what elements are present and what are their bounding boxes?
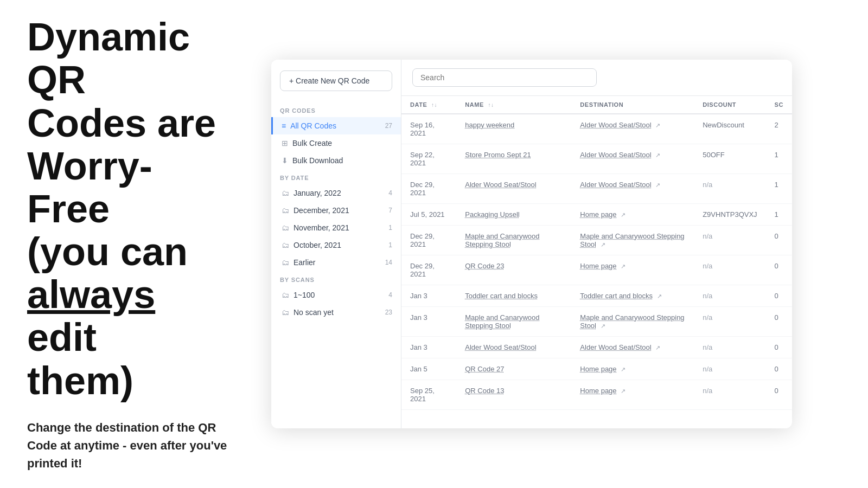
table-row[interactable]: Dec 29, 2021 QR Code 23 Home page ↗ n/a … <box>401 255 792 285</box>
table-row[interactable]: Jan 3 Maple and Canarywood Stepping Stoo… <box>401 307 792 337</box>
search-input[interactable] <box>412 68 597 87</box>
qr-code-name-link[interactable]: Toddler cart and blocks <box>465 292 538 300</box>
cell-name[interactable]: QR Code 13 <box>456 380 571 410</box>
qr-code-name-link[interactable]: Packaging Upsell <box>465 210 519 219</box>
cell-scans: 1 <box>766 144 792 174</box>
qr-code-name-link[interactable]: QR Code 27 <box>465 365 504 373</box>
external-link-icon: ↗ <box>621 211 626 218</box>
destination-link[interactable]: Maple and Canarywood Stepping Stool <box>580 313 684 330</box>
cell-destination[interactable]: Alder Wood Seat/Stool ↗ <box>571 337 694 358</box>
qr-code-name-link[interactable]: Maple and Canarywood Stepping Stool <box>465 232 539 248</box>
qr-code-name-link[interactable]: Store Promo Sept 21 <box>465 151 531 159</box>
cell-discount: n/a <box>694 307 765 337</box>
col-name[interactable]: NAME ↑↓ <box>456 96 571 114</box>
destination-link[interactable]: Home page <box>580 262 616 270</box>
cell-discount: Z9VHNTP3QVXJ <box>694 204 765 226</box>
col-scans: SC <box>766 96 792 114</box>
cell-name[interactable]: QR Code 23 <box>456 255 571 285</box>
app-window: + Create New QR Code QR Codes ≡ All QR C… <box>271 60 792 428</box>
cell-name[interactable]: Alder Wood Seat/Stool <box>456 174 571 204</box>
qr-code-name-link[interactable]: QR Code 13 <box>465 387 504 395</box>
col-destination: DESTINATION <box>571 96 694 114</box>
cell-destination[interactable]: Maple and Canarywood Stepping Stool ↗ <box>571 226 694 255</box>
search-bar <box>401 60 792 96</box>
sidebar-section-byscans: By Scans <box>271 271 401 286</box>
qr-code-name-link[interactable]: QR Code 23 <box>465 262 504 270</box>
bulk-download-icon: ⬇ <box>282 156 288 165</box>
table-row[interactable]: Jan 3 Alder Wood Seat/Stool Alder Wood S… <box>401 337 792 358</box>
destination-link[interactable]: Home page <box>580 387 616 395</box>
table-row[interactable]: Sep 22, 2021 Store Promo Sept 21 Alder W… <box>401 144 792 174</box>
sidebar-item-dec-2021[interactable]: 🗂 December, 2021 7 <box>271 202 401 219</box>
cell-destination[interactable]: Alder Wood Seat/Stool ↗ <box>571 114 694 144</box>
sidebar-item-oct-2021[interactable]: 🗂 October, 2021 1 <box>271 236 401 254</box>
destination-link[interactable]: Home page <box>580 210 616 219</box>
cell-name[interactable]: Store Promo Sept 21 <box>456 144 571 174</box>
discount-value: n/a <box>703 292 712 300</box>
cell-date: Jan 3 <box>401 285 456 307</box>
destination-link[interactable]: Toddler cart and blocks <box>580 292 653 300</box>
sidebar-item-label: Earlier <box>293 258 315 267</box>
sidebar-item-bulk-download[interactable]: ⬇ Bulk Download <box>271 152 401 169</box>
sidebar-badge: 1 <box>388 224 392 232</box>
sidebar-item-1-100[interactable]: 🗂 1~100 4 <box>271 286 401 304</box>
sidebar-item-all-qrcodes[interactable]: ≡ All QR Codes 27 <box>271 117 401 134</box>
cell-name[interactable]: Maple and Canarywood Stepping Stool <box>456 226 571 255</box>
qr-code-name-link[interactable]: happy weekend <box>465 121 514 129</box>
bulk-create-icon: ⊞ <box>282 139 288 147</box>
discount-value: n/a <box>703 262 712 270</box>
discount-value: n/a <box>703 365 712 373</box>
cell-date: Dec 29, 2021 <box>401 226 456 255</box>
sidebar-section-qrcodes: QR Codes <box>271 102 401 117</box>
sidebar-item-earlier[interactable]: 🗂 Earlier 14 <box>271 254 401 271</box>
table-row[interactable]: Dec 29, 2021 Maple and Canarywood Steppi… <box>401 226 792 255</box>
table-row[interactable]: Sep 25, 2021 QR Code 13 Home page ↗ n/a … <box>401 380 792 410</box>
qr-code-name-link[interactable]: Alder Wood Seat/Stool <box>465 181 536 189</box>
table-row[interactable]: Sep 16, 2021 happy weekend Alder Wood Se… <box>401 114 792 144</box>
cell-name[interactable]: happy weekend <box>456 114 571 144</box>
sidebar-item-bulk-create[interactable]: ⊞ Bulk Create <box>271 134 401 152</box>
qr-code-name-link[interactable]: Alder Wood Seat/Stool <box>465 343 536 351</box>
table-row[interactable]: Jan 5 QR Code 27 Home page ↗ n/a 0 <box>401 358 792 380</box>
destination-link[interactable]: Home page <box>580 365 616 373</box>
destination-link[interactable]: Alder Wood Seat/Stool <box>580 343 651 351</box>
external-link-icon: ↗ <box>657 293 662 299</box>
folder-icon: 🗂 <box>282 223 289 232</box>
sidebar-badge: 23 <box>385 309 392 316</box>
table-row[interactable]: Jan 3 Toddler cart and blocks Toddler ca… <box>401 285 792 307</box>
table-row[interactable]: Jul 5, 2021 Packaging Upsell Home page ↗… <box>401 204 792 226</box>
sidebar-badge: 14 <box>385 259 392 266</box>
destination-link[interactable]: Alder Wood Seat/Stool <box>580 151 651 159</box>
external-link-icon: ↗ <box>621 263 626 269</box>
sidebar-item-label: No scan yet <box>293 308 334 317</box>
sidebar-item-jan-2022[interactable]: 🗂 January, 2022 4 <box>271 184 401 202</box>
cell-scans: 0 <box>766 380 792 410</box>
sort-icon-date: ↑↓ <box>431 102 437 108</box>
cell-destination[interactable]: Alder Wood Seat/Stool ↗ <box>571 144 694 174</box>
cell-destination[interactable]: Maple and Canarywood Stepping Stool ↗ <box>571 307 694 337</box>
cell-destination[interactable]: Home page ↗ <box>571 380 694 410</box>
cell-date: Jan 3 <box>401 307 456 337</box>
sidebar-badge: 4 <box>388 189 392 197</box>
discount-value: n/a <box>703 313 712 322</box>
cell-name[interactable]: Alder Wood Seat/Stool <box>456 337 571 358</box>
destination-link[interactable]: Maple and Canarywood Stepping Stool <box>580 232 684 248</box>
cell-destination[interactable]: Alder Wood Seat/Stool ↗ <box>571 174 694 204</box>
cell-destination[interactable]: Home page ↗ <box>571 255 694 285</box>
create-qr-button[interactable]: + Create New QR Code <box>280 70 392 91</box>
col-date[interactable]: DATE ↑↓ <box>401 96 456 114</box>
table-row[interactable]: Dec 29, 2021 Alder Wood Seat/Stool Alder… <box>401 174 792 204</box>
cell-destination[interactable]: Home page ↗ <box>571 204 694 226</box>
cell-destination[interactable]: Home page ↗ <box>571 358 694 380</box>
cell-name[interactable]: Maple and Canarywood Stepping Stool <box>456 307 571 337</box>
sidebar-item-no-scan[interactable]: 🗂 No scan yet 23 <box>271 304 401 321</box>
cell-destination[interactable]: Toddler cart and blocks ↗ <box>571 285 694 307</box>
qr-code-name-link[interactable]: Maple and Canarywood Stepping Stool <box>465 313 539 330</box>
cell-name[interactable]: Toddler cart and blocks <box>456 285 571 307</box>
cell-date: Dec 29, 2021 <box>401 255 456 285</box>
destination-link[interactable]: Alder Wood Seat/Stool <box>580 181 651 189</box>
cell-name[interactable]: QR Code 27 <box>456 358 571 380</box>
destination-link[interactable]: Alder Wood Seat/Stool <box>580 121 651 129</box>
sidebar-item-nov-2021[interactable]: 🗂 November, 2021 1 <box>271 219 401 236</box>
cell-name[interactable]: Packaging Upsell <box>456 204 571 226</box>
